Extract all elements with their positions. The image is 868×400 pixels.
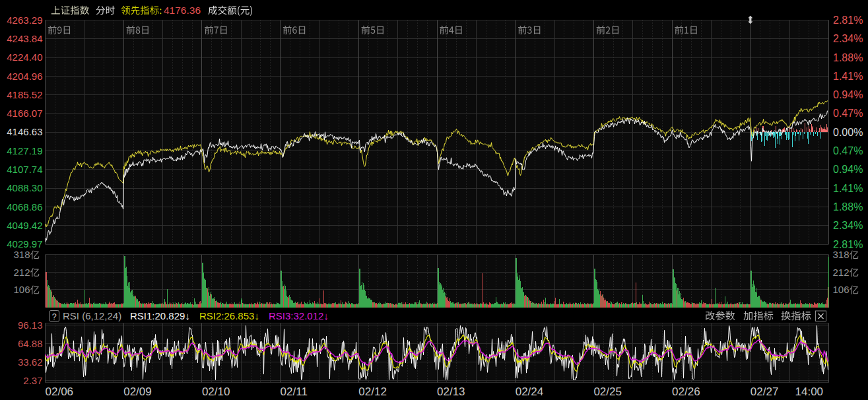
svg-text:0.94%: 0.94%	[833, 89, 863, 100]
svg-text:0.00%: 0.00%	[833, 127, 863, 138]
svg-text:96.13: 96.13	[18, 319, 43, 331]
svg-text:02/06: 02/06	[46, 385, 74, 398]
svg-text:RSI (6,12,24): RSI (6,12,24)	[63, 310, 121, 321]
svg-text:1.41%: 1.41%	[833, 183, 863, 194]
svg-text:02/24: 02/24	[516, 385, 544, 398]
svg-text:2.37: 2.37	[23, 375, 42, 386]
svg-text:0.47%: 0.47%	[833, 108, 863, 119]
svg-text:02/25: 02/25	[593, 385, 622, 398]
svg-text:RSI3:32.012↓: RSI3:32.012↓	[269, 310, 329, 321]
svg-text:4068.86: 4068.86	[7, 201, 42, 213]
svg-text:2.81%: 2.81%	[833, 15, 863, 26]
svg-text:02/11: 02/11	[281, 385, 308, 398]
svg-text:212: 212	[833, 267, 850, 278]
svg-text:4049.42: 4049.42	[7, 220, 42, 231]
svg-text:02/27: 02/27	[751, 385, 779, 398]
svg-text:RSI2:26.853↓: RSI2:26.853↓	[199, 310, 259, 321]
svg-text:02/09: 02/09	[123, 385, 152, 398]
svg-text:4224.40: 4224.40	[7, 51, 42, 63]
svg-text:106: 106	[14, 284, 30, 295]
svg-text:02/26: 02/26	[672, 385, 700, 398]
svg-text:212: 212	[14, 267, 30, 278]
svg-text:0.94%: 0.94%	[833, 164, 863, 175]
svg-text:RSI1:20.829↓: RSI1:20.829↓	[130, 310, 190, 321]
svg-text:106: 106	[833, 284, 850, 295]
svg-text:02/10: 02/10	[202, 385, 230, 398]
svg-text:4088.30: 4088.30	[7, 182, 42, 193]
svg-text:1.88%: 1.88%	[833, 201, 863, 213]
svg-text:14:00: 14:00	[795, 385, 824, 398]
svg-text:318: 318	[14, 249, 30, 260]
svg-text:4243.84: 4243.84	[7, 33, 42, 44]
svg-text:64.88: 64.88	[18, 338, 43, 349]
svg-text:2.81%: 2.81%	[833, 239, 863, 250]
svg-text:1.88%: 1.88%	[833, 52, 863, 63]
svg-text:2.34%: 2.34%	[833, 33, 863, 44]
svg-text:33.62: 33.62	[18, 356, 43, 368]
svg-text:4166.07: 4166.07	[7, 108, 42, 119]
svg-text:4204.96: 4204.96	[7, 71, 42, 82]
svg-text:4263.29: 4263.29	[7, 15, 42, 26]
svg-text:4146.63: 4146.63	[7, 126, 42, 137]
svg-text:4127.19: 4127.19	[7, 145, 42, 156]
svg-text:?: ?	[52, 312, 57, 321]
svg-text:02/12: 02/12	[358, 385, 387, 398]
svg-text:4107.74: 4107.74	[7, 164, 42, 175]
svg-text:318: 318	[833, 249, 850, 260]
svg-text:0.47%: 0.47%	[833, 145, 863, 156]
svg-text:4176.36: 4176.36	[164, 5, 201, 16]
svg-text:02/13: 02/13	[437, 385, 465, 398]
svg-text:2.34%: 2.34%	[833, 220, 863, 231]
svg-text:4029.97: 4029.97	[7, 238, 42, 250]
svg-text:4185.52: 4185.52	[7, 89, 42, 100]
svg-text:1.41%: 1.41%	[833, 71, 863, 82]
